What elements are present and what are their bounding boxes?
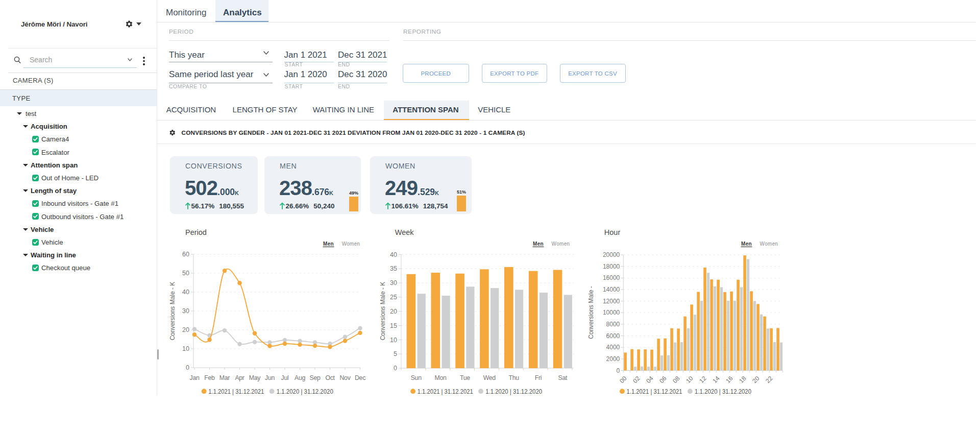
svg-text:Hour: Hour [604, 228, 621, 236]
svg-text:Men: Men [533, 241, 544, 247]
svg-text:18000: 18000 [603, 263, 620, 270]
svg-text:Men: Men [741, 241, 752, 247]
svg-text:Dec: Dec [355, 374, 365, 381]
svg-text:0: 0 [394, 365, 397, 372]
svg-text:5: 5 [394, 350, 397, 357]
svg-text:Jan: Jan [190, 374, 200, 381]
svg-text:Mar: Mar [219, 374, 230, 381]
svg-text:16000: 16000 [603, 274, 620, 281]
svg-text:1.1.2020 | 31.12.2020: 1.1.2020 | 31.12.2020 [695, 388, 751, 395]
svg-text:2000: 2000 [606, 355, 620, 363]
svg-text:Thu: Thu [508, 374, 519, 381]
svg-text:Conversions Male - K: Conversions Male - K [379, 282, 386, 341]
svg-text:Mon: Mon [435, 374, 447, 381]
svg-text:Women: Women [552, 241, 570, 247]
svg-text:Conversions Male -: Conversions Male - [587, 286, 595, 339]
svg-text:1.1.2020 | 31.12.2020: 1.1.2020 | 31.12.2020 [485, 388, 542, 395]
svg-text:0: 0 [617, 367, 620, 374]
svg-text:1.1.2021 | 31.12.2021: 1.1.2021 | 31.12.2021 [208, 388, 264, 395]
svg-text:4000: 4000 [606, 344, 620, 351]
svg-text:14: 14 [711, 374, 721, 385]
svg-text:Fri: Fri [535, 374, 542, 381]
svg-text:18: 18 [738, 374, 748, 385]
svg-text:8000: 8000 [606, 321, 620, 328]
svg-text:May: May [249, 374, 261, 381]
svg-text:Jul: Jul [281, 374, 289, 381]
svg-text:14000: 14000 [603, 286, 620, 293]
svg-text:Tue: Tue [460, 374, 470, 381]
svg-text:25: 25 [390, 294, 397, 301]
svg-text:06: 06 [658, 374, 668, 385]
svg-text:20000: 20000 [603, 251, 620, 258]
svg-text:08: 08 [671, 374, 681, 385]
svg-text:20: 20 [751, 374, 761, 385]
svg-text:40: 40 [390, 251, 397, 258]
svg-text:1.1.2020 | 31.12.2020: 1.1.2020 | 31.12.2020 [277, 388, 333, 395]
svg-text:Period: Period [185, 228, 207, 236]
svg-text:Apr: Apr [235, 374, 244, 381]
svg-text:Jun: Jun [265, 374, 275, 381]
svg-text:20: 20 [182, 326, 189, 333]
svg-text:35: 35 [390, 265, 397, 272]
svg-text:Feb: Feb [204, 374, 215, 381]
svg-text:Week: Week [395, 228, 414, 236]
svg-text:1.1.2021 | 31.12.2021: 1.1.2021 | 31.12.2021 [627, 388, 682, 395]
svg-text:Sep: Sep [310, 374, 321, 381]
svg-text:50: 50 [182, 270, 189, 277]
svg-text:60: 60 [182, 251, 189, 258]
svg-text:04: 04 [645, 374, 655, 385]
svg-text:10: 10 [182, 345, 189, 352]
svg-text:30: 30 [182, 307, 189, 315]
svg-text:Wed: Wed [483, 374, 496, 381]
svg-text:15: 15 [390, 322, 397, 329]
svg-text:22: 22 [764, 374, 774, 385]
svg-text:1.1.2021 | 31.12.2021: 1.1.2021 | 31.12.2021 [418, 388, 473, 395]
svg-text:20: 20 [390, 308, 397, 315]
svg-text:10000: 10000 [603, 309, 620, 316]
svg-text:6000: 6000 [606, 332, 620, 340]
svg-text:Men: Men [323, 241, 334, 247]
svg-text:40: 40 [182, 289, 189, 296]
svg-text:Women: Women [342, 241, 360, 247]
svg-text:16: 16 [724, 374, 734, 385]
svg-text:0: 0 [186, 364, 189, 371]
svg-text:10: 10 [390, 337, 397, 344]
svg-text:Aug: Aug [295, 374, 305, 381]
svg-text:Conversions Male - K: Conversions Male - K [169, 282, 176, 341]
svg-text:02: 02 [631, 374, 642, 385]
svg-text:Sun: Sun [411, 374, 422, 381]
svg-text:00: 00 [618, 374, 628, 385]
svg-text:10: 10 [684, 374, 695, 385]
svg-text:Women: Women [760, 241, 778, 247]
svg-text:Nov: Nov [340, 374, 351, 381]
svg-text:Oct: Oct [325, 374, 335, 381]
svg-text:30: 30 [390, 279, 397, 286]
svg-text:12: 12 [698, 374, 708, 385]
svg-text:Sat: Sat [558, 374, 568, 381]
svg-text:12000: 12000 [603, 298, 620, 305]
